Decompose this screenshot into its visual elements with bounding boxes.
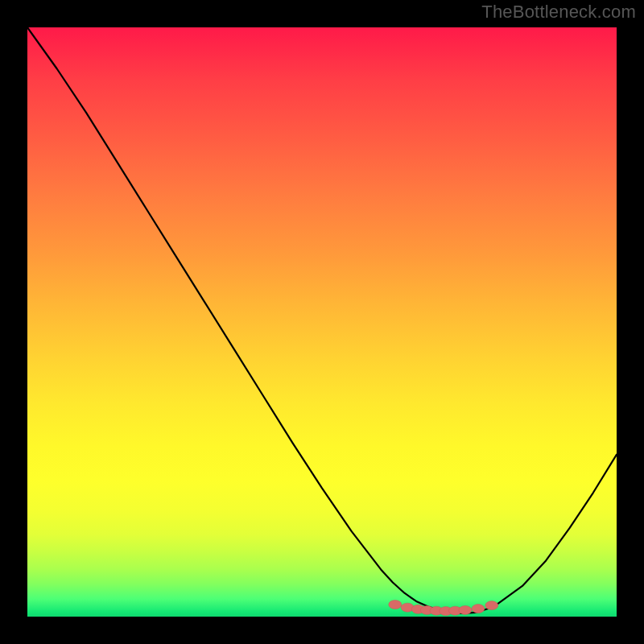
optimal-marker: [485, 601, 498, 610]
curve-overlay: [27, 27, 617, 617]
bottleneck-curve: [27, 27, 617, 613]
optimal-marker: [472, 605, 485, 613]
plot-area: [27, 27, 617, 617]
optimal-marker: [389, 600, 402, 609]
optimal-marker: [459, 605, 472, 614]
optimal-range-markers: [389, 600, 498, 615]
attribution-label: TheBottleneck.com: [481, 2, 636, 23]
chart-frame: TheBottleneck.com: [0, 0, 644, 644]
